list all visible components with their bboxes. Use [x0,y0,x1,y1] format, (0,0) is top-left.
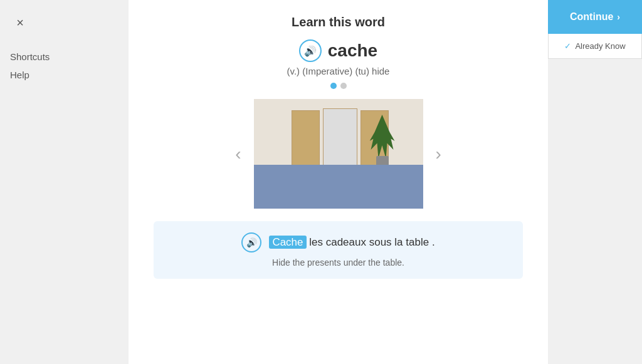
word-sound-button[interactable]: 🔊 [299,39,322,62]
continue-label: Continue [570,11,613,23]
example-sentence-row: 🔊 Cache les cadeaux sous la table . [241,232,434,252]
floor [254,165,423,209]
door-center [323,108,357,168]
sidebar-item-help[interactable]: Help [10,70,118,80]
word-header: 🔊 cache [299,39,377,62]
already-know-label: Already Know [575,41,625,51]
example-sentence-box: 🔊 Cache les cadeaux sous la table . Hide… [154,221,523,279]
close-icon: × [16,16,24,30]
checkmark-icon: ✓ [564,41,571,51]
word-image [254,99,423,209]
word-display: cache [328,41,377,61]
already-know-button[interactable]: ✓ Already Know [548,34,642,59]
example-sentence: Cache les cadeaux sous la table . [269,236,434,249]
sidebar-item-shortcuts[interactable]: Shortcuts [10,51,118,62]
word-definition: (v.) (Imperative) (tu) hide [287,66,390,76]
dot-2 [340,83,347,89]
continue-chevron-icon: › [617,12,620,22]
sidebar: × Shortcuts Help [0,0,129,364]
dot-1 [330,83,337,89]
carousel-next-button[interactable]: › [423,144,454,164]
page-title: Learn this word [292,15,385,29]
door-left [292,110,320,167]
pagination-dots [330,83,347,89]
continue-button[interactable]: Continue › [548,0,642,34]
example-sound-button[interactable]: 🔊 [241,232,261,252]
sentence-rest: les cadeaux sous la table . [307,236,435,248]
carousel-prev-button[interactable]: ‹ [223,144,253,164]
main-content: Learn this word 🔊 cache (v.) (Imperative… [129,0,548,364]
sidebar-navigation: Shortcuts Help [10,51,118,80]
example-translation: Hide the presents under the table. [272,257,404,268]
image-carousel: ‹ › [154,99,523,209]
right-panel: Continue › ✓ Already Know [548,0,642,364]
highlighted-word: Cache [269,236,306,249]
close-button[interactable]: × [10,13,30,33]
